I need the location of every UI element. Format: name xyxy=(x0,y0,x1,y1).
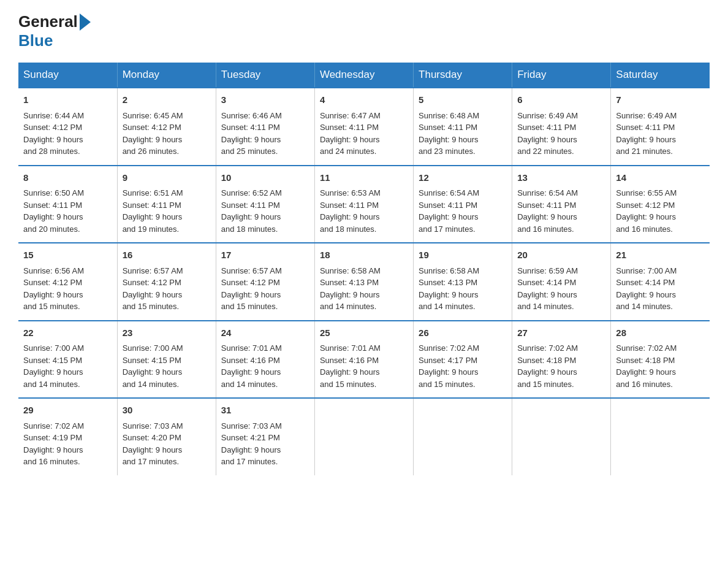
day-info: Sunrise: 7:00 AM Sunset: 4:15 PM Dayligh… xyxy=(123,342,211,390)
day-info: Sunrise: 6:48 AM Sunset: 4:11 PM Dayligh… xyxy=(419,110,507,158)
week-row-2: 8 Sunrise: 6:50 AM Sunset: 4:11 PM Dayli… xyxy=(18,166,710,243)
calendar-cell: 13 Sunrise: 6:54 AM Sunset: 4:11 PM Dayl… xyxy=(512,166,611,243)
day-info: Sunrise: 6:45 AM Sunset: 4:12 PM Dayligh… xyxy=(123,110,211,158)
header-saturday: Saturday xyxy=(611,63,710,88)
day-number: 18 xyxy=(320,248,408,262)
day-info: Sunrise: 7:00 AM Sunset: 4:15 PM Dayligh… xyxy=(23,342,112,390)
day-number: 16 xyxy=(123,248,211,262)
day-info: Sunrise: 6:54 AM Sunset: 4:11 PM Dayligh… xyxy=(517,187,605,235)
calendar-cell: 23 Sunrise: 7:00 AM Sunset: 4:15 PM Dayl… xyxy=(117,321,216,399)
day-number: 9 xyxy=(123,171,211,185)
calendar-cell: 8 Sunrise: 6:50 AM Sunset: 4:11 PM Dayli… xyxy=(18,166,117,243)
day-number: 7 xyxy=(616,93,705,107)
logo-arrow-icon xyxy=(80,13,91,31)
calendar-cell: 15 Sunrise: 6:56 AM Sunset: 4:12 PM Dayl… xyxy=(18,243,117,321)
logo-blue: Blue xyxy=(18,31,53,50)
calendar-cell: 4 Sunrise: 6:47 AM Sunset: 4:11 PM Dayli… xyxy=(314,88,413,166)
day-info: Sunrise: 6:44 AM Sunset: 4:12 PM Dayligh… xyxy=(23,110,112,158)
header-wednesday: Wednesday xyxy=(314,63,413,88)
calendar-cell: 26 Sunrise: 7:02 AM Sunset: 4:17 PM Dayl… xyxy=(414,321,512,399)
week-row-3: 15 Sunrise: 6:56 AM Sunset: 4:12 PM Dayl… xyxy=(18,243,710,321)
day-info: Sunrise: 7:03 AM Sunset: 4:20 PM Dayligh… xyxy=(123,420,211,468)
calendar-cell xyxy=(512,398,611,475)
day-info: Sunrise: 7:02 AM Sunset: 4:17 PM Dayligh… xyxy=(419,342,507,390)
day-info: Sunrise: 7:01 AM Sunset: 4:16 PM Dayligh… xyxy=(221,342,309,390)
day-number: 27 xyxy=(517,326,605,340)
day-info: Sunrise: 6:56 AM Sunset: 4:12 PM Dayligh… xyxy=(23,265,112,313)
day-info: Sunrise: 6:54 AM Sunset: 4:11 PM Dayligh… xyxy=(419,187,507,235)
week-row-5: 29 Sunrise: 7:02 AM Sunset: 4:19 PM Dayl… xyxy=(18,398,710,475)
day-number: 2 xyxy=(123,93,211,107)
day-number: 25 xyxy=(320,326,408,340)
week-row-1: 1 Sunrise: 6:44 AM Sunset: 4:12 PM Dayli… xyxy=(18,88,710,166)
day-info: Sunrise: 6:57 AM Sunset: 4:12 PM Dayligh… xyxy=(123,265,211,313)
day-number: 23 xyxy=(123,326,211,340)
calendar-cell: 10 Sunrise: 6:52 AM Sunset: 4:11 PM Dayl… xyxy=(216,166,314,243)
day-info: Sunrise: 6:49 AM Sunset: 4:11 PM Dayligh… xyxy=(517,110,605,158)
day-number: 28 xyxy=(616,326,705,340)
calendar-cell: 31 Sunrise: 7:03 AM Sunset: 4:21 PM Dayl… xyxy=(216,398,314,475)
header-thursday: Thursday xyxy=(414,63,512,88)
calendar-cell xyxy=(414,398,512,475)
day-info: Sunrise: 6:51 AM Sunset: 4:11 PM Dayligh… xyxy=(123,187,211,235)
day-info: Sunrise: 6:47 AM Sunset: 4:11 PM Dayligh… xyxy=(320,110,408,158)
calendar-cell: 17 Sunrise: 6:57 AM Sunset: 4:12 PM Dayl… xyxy=(216,243,314,321)
header-monday: Monday xyxy=(117,63,216,88)
calendar-cell: 25 Sunrise: 7:01 AM Sunset: 4:16 PM Dayl… xyxy=(314,321,413,399)
calendar-cell: 7 Sunrise: 6:49 AM Sunset: 4:11 PM Dayli… xyxy=(611,88,710,166)
day-number: 31 xyxy=(221,404,309,418)
day-info: Sunrise: 7:02 AM Sunset: 4:18 PM Dayligh… xyxy=(517,342,605,390)
day-number: 3 xyxy=(221,93,309,107)
day-info: Sunrise: 6:52 AM Sunset: 4:11 PM Dayligh… xyxy=(221,187,309,235)
day-number: 14 xyxy=(616,171,705,185)
page-header: General Blue xyxy=(18,12,710,50)
day-info: Sunrise: 7:02 AM Sunset: 4:18 PM Dayligh… xyxy=(616,342,705,390)
calendar-cell: 21 Sunrise: 7:00 AM Sunset: 4:14 PM Dayl… xyxy=(611,243,710,321)
day-number: 15 xyxy=(23,248,112,262)
calendar-cell: 22 Sunrise: 7:00 AM Sunset: 4:15 PM Dayl… xyxy=(18,321,117,399)
day-number: 26 xyxy=(419,326,507,340)
day-info: Sunrise: 6:59 AM Sunset: 4:14 PM Dayligh… xyxy=(517,265,605,313)
day-info: Sunrise: 6:55 AM Sunset: 4:12 PM Dayligh… xyxy=(616,187,705,235)
day-number: 5 xyxy=(419,93,507,107)
header-tuesday: Tuesday xyxy=(216,63,314,88)
day-info: Sunrise: 7:02 AM Sunset: 4:19 PM Dayligh… xyxy=(23,420,112,468)
day-number: 17 xyxy=(221,248,309,262)
day-number: 11 xyxy=(320,171,408,185)
day-info: Sunrise: 7:01 AM Sunset: 4:16 PM Dayligh… xyxy=(320,342,408,390)
calendar-cell: 2 Sunrise: 6:45 AM Sunset: 4:12 PM Dayli… xyxy=(117,88,216,166)
day-info: Sunrise: 6:58 AM Sunset: 4:13 PM Dayligh… xyxy=(419,265,507,313)
day-info: Sunrise: 7:03 AM Sunset: 4:21 PM Dayligh… xyxy=(221,420,309,468)
calendar-cell: 28 Sunrise: 7:02 AM Sunset: 4:18 PM Dayl… xyxy=(611,321,710,399)
day-number: 22 xyxy=(23,326,112,340)
calendar-cell: 5 Sunrise: 6:48 AM Sunset: 4:11 PM Dayli… xyxy=(414,88,512,166)
day-number: 19 xyxy=(419,248,507,262)
calendar-cell: 6 Sunrise: 6:49 AM Sunset: 4:11 PM Dayli… xyxy=(512,88,611,166)
day-info: Sunrise: 6:57 AM Sunset: 4:12 PM Dayligh… xyxy=(221,265,309,313)
calendar-cell: 16 Sunrise: 6:57 AM Sunset: 4:12 PM Dayl… xyxy=(117,243,216,321)
calendar-cell: 14 Sunrise: 6:55 AM Sunset: 4:12 PM Dayl… xyxy=(611,166,710,243)
day-number: 20 xyxy=(517,248,605,262)
day-number: 13 xyxy=(517,171,605,185)
day-number: 1 xyxy=(23,93,112,107)
calendar-cell: 1 Sunrise: 6:44 AM Sunset: 4:12 PM Dayli… xyxy=(18,88,117,166)
day-number: 4 xyxy=(320,93,408,107)
day-number: 8 xyxy=(23,171,112,185)
calendar-cell xyxy=(314,398,413,475)
day-number: 29 xyxy=(23,404,112,418)
day-number: 10 xyxy=(221,171,309,185)
calendar-cell: 30 Sunrise: 7:03 AM Sunset: 4:20 PM Dayl… xyxy=(117,398,216,475)
calendar-cell: 3 Sunrise: 6:46 AM Sunset: 4:11 PM Dayli… xyxy=(216,88,314,166)
logo: General Blue xyxy=(18,12,91,50)
day-number: 21 xyxy=(616,248,705,262)
logo-general: General xyxy=(18,12,78,31)
day-info: Sunrise: 6:53 AM Sunset: 4:11 PM Dayligh… xyxy=(320,187,408,235)
week-row-4: 22 Sunrise: 7:00 AM Sunset: 4:15 PM Dayl… xyxy=(18,321,710,399)
day-info: Sunrise: 6:49 AM Sunset: 4:11 PM Dayligh… xyxy=(616,110,705,158)
calendar-cell: 27 Sunrise: 7:02 AM Sunset: 4:18 PM Dayl… xyxy=(512,321,611,399)
day-number: 30 xyxy=(123,404,211,418)
header-sunday: Sunday xyxy=(18,63,117,88)
calendar-cell: 18 Sunrise: 6:58 AM Sunset: 4:13 PM Dayl… xyxy=(314,243,413,321)
day-info: Sunrise: 7:00 AM Sunset: 4:14 PM Dayligh… xyxy=(616,265,705,313)
day-number: 24 xyxy=(221,326,309,340)
